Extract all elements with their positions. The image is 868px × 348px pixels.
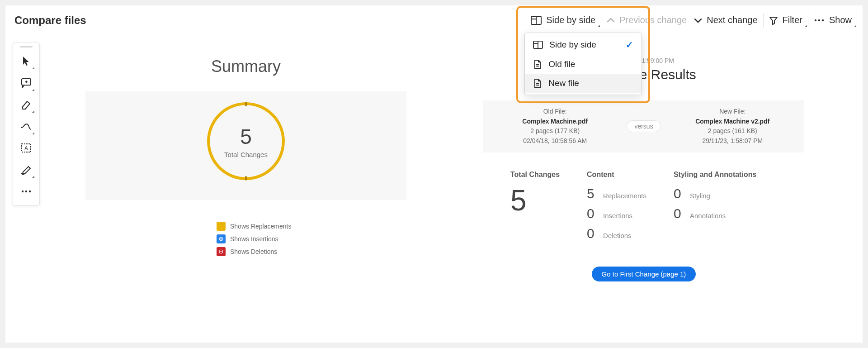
- annotations-count: 0: [674, 206, 684, 221]
- next-change-button[interactable]: Next change: [692, 12, 759, 28]
- previous-change-label: Previous change: [619, 15, 687, 25]
- new-file-timestamp: 29/11/23, 1:58:07 PM: [661, 136, 804, 146]
- side-by-side-icon: [531, 16, 542, 25]
- main-area: A Summary: [5, 35, 863, 343]
- page-title: Compare files: [14, 14, 86, 27]
- replacements-swatch-icon: [217, 222, 226, 231]
- legend-insertions: Shows Insertions: [217, 234, 406, 243]
- highlighter-icon: [21, 100, 32, 110]
- document-icon: [533, 59, 542, 69]
- old-file-name: Complex Machine.pdf: [483, 117, 627, 127]
- compare-generated-timestamp: 29/11/23, 1:59:00 PM: [434, 57, 854, 64]
- freeform-icon: [20, 122, 32, 130]
- more-icon: [21, 190, 32, 193]
- replacements-count: 5: [587, 186, 597, 201]
- toolbar-divider: [601, 13, 601, 28]
- check-icon: ✓: [626, 39, 633, 50]
- signature-icon: [20, 165, 32, 175]
- styling-label: Styling: [690, 192, 710, 200]
- filter-label: Filter: [783, 15, 802, 25]
- more-icon: [814, 19, 825, 22]
- more-tools-button[interactable]: [15, 181, 37, 202]
- total-changes-heading: Total Changes: [510, 171, 560, 179]
- styling-count: 0: [674, 186, 684, 201]
- content-heading: Content: [587, 171, 646, 179]
- draw-freeform-button[interactable]: [15, 115, 37, 137]
- dropdown-item-new-file[interactable]: New file: [525, 74, 642, 93]
- right-pane: 29/11/23, 1:59:00 PM Compare Results Old…: [434, 35, 863, 343]
- add-comment-button[interactable]: [15, 72, 37, 94]
- compare-results-title: Compare Results: [434, 67, 854, 82]
- document-icon: [533, 78, 542, 88]
- old-file-column: Old File: Complex Machine.pdf 2 pages (1…: [483, 107, 627, 146]
- filter-button[interactable]: Filter: [767, 12, 804, 28]
- annotations-label: Annotations: [690, 212, 726, 219]
- svg-point-6: [822, 19, 824, 21]
- dropdown-item-label: New file: [548, 78, 579, 88]
- deletions-swatch-icon: [217, 247, 226, 256]
- file-comparison-row: Old File: Complex Machine.pdf 2 pages (1…: [483, 100, 804, 153]
- dropdown-item-label: Old file: [548, 59, 575, 69]
- side-by-side-icon: [533, 41, 543, 49]
- sign-tool-button[interactable]: [15, 159, 37, 181]
- chevron-down-icon: [694, 18, 702, 23]
- left-pane: Summary 5 Total Changes: [5, 35, 434, 343]
- svg-marker-3: [770, 17, 777, 24]
- dropdown-item-old-file[interactable]: Old file: [525, 55, 642, 74]
- highlight-tool-button[interactable]: [15, 94, 37, 115]
- total-changes-donut: 5 Total Changes: [205, 100, 287, 182]
- drag-grip-icon[interactable]: [20, 46, 33, 48]
- versus-pill: versus: [627, 120, 660, 132]
- legend-deletions-label: Shows Deletions: [230, 248, 277, 255]
- insertions-count: 0: [587, 206, 597, 221]
- content-changes-column: Content 5Replacements 0Insertions 0Delet…: [587, 171, 646, 241]
- svg-text:A: A: [24, 145, 28, 152]
- view-mode-dropdown-button[interactable]: Side by side: [529, 12, 597, 28]
- replacements-label: Replacements: [603, 192, 646, 200]
- legend-deletions: Shows Deletions: [217, 247, 406, 256]
- styling-heading: Styling and Annotations: [674, 171, 756, 179]
- toolbar-divider: [763, 13, 764, 28]
- total-changes-column: Total Changes 5: [510, 171, 560, 241]
- text-box-tool-button[interactable]: A: [15, 137, 37, 159]
- deletions-count: 0: [587, 226, 597, 241]
- total-changes-big-value: 5: [510, 186, 560, 215]
- deletions-label: Deletions: [603, 232, 632, 239]
- view-mode-dropdown: Side by side ✓ Old file New file: [524, 33, 642, 95]
- comment-plus-icon: [21, 78, 32, 88]
- old-file-label: Old File:: [483, 107, 627, 117]
- svg-point-15: [29, 191, 31, 192]
- svg-point-14: [25, 191, 27, 192]
- insertions-swatch-icon: [217, 234, 226, 243]
- new-file-label: New File:: [661, 107, 804, 117]
- previous-change-button[interactable]: Previous change: [605, 12, 689, 28]
- new-file-meta: 2 pages (161 KB): [661, 126, 804, 136]
- toolbar-divider: [808, 13, 808, 28]
- styling-annotations-column: Styling and Annotations 0Styling 0Annota…: [674, 171, 756, 241]
- legend-insertions-label: Shows Insertions: [230, 235, 278, 243]
- text-box-icon: A: [21, 143, 32, 153]
- legend: Shows Replacements Shows Insertions Show…: [85, 222, 406, 256]
- chevron-up-icon: [607, 18, 615, 23]
- show-label: Show: [829, 15, 852, 25]
- view-mode-label: Side by side: [546, 15, 595, 25]
- old-file-meta: 2 pages (177 KB): [483, 126, 627, 136]
- insertions-label: Insertions: [603, 212, 632, 219]
- app-frame: Compare files Side by side Previous chan…: [5, 5, 863, 343]
- go-to-first-change-button[interactable]: Go to First Change (page 1): [592, 267, 696, 281]
- topbar: Compare files Side by side Previous chan…: [5, 5, 863, 35]
- total-changes-label: Total Changes: [224, 151, 268, 158]
- svg-point-13: [22, 191, 24, 192]
- dropdown-item-side-by-side[interactable]: Side by side ✓: [525, 35, 642, 55]
- cursor-icon: [22, 56, 31, 67]
- new-file-name: Complex Machine v2.pdf: [661, 117, 804, 127]
- show-button[interactable]: Show: [812, 12, 854, 28]
- next-change-label: Next change: [707, 15, 757, 25]
- old-file-timestamp: 02/04/18, 10:58:56 AM: [483, 136, 627, 146]
- new-file-column: New File: Complex Machine v2.pdf 2 pages…: [661, 107, 804, 146]
- annotation-toolbar: A: [13, 43, 40, 205]
- legend-replacements-label: Shows Replacements: [230, 223, 291, 230]
- select-tool-button[interactable]: [15, 50, 37, 72]
- stats-row: Total Changes 5 Content 5Replacements 0I…: [483, 171, 804, 241]
- dropdown-item-label: Side by side: [549, 40, 596, 50]
